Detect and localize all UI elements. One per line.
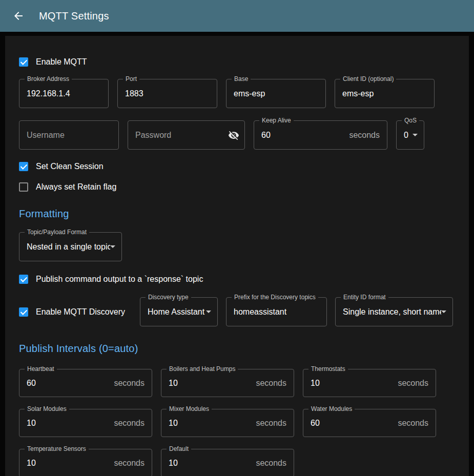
broker-address-field: Broker Address [19, 79, 109, 108]
discovery-type-select[interactable]: Discovery type Home Assistant [140, 297, 218, 326]
discovery-row: Enable MQTT Discovery Discovery type Hom… [19, 297, 455, 326]
thermostats-label: Thermostats [308, 365, 348, 373]
water-interval-field: Water Modules seconds [303, 409, 436, 437]
back-arrow-icon [12, 10, 25, 22]
topic-format-select[interactable]: Topic/Payload Format Nested in a single … [19, 232, 122, 261]
temperature-sensors-label: Temperature Sensors [25, 445, 89, 453]
seconds-suffix: seconds [398, 419, 436, 428]
discovery-prefix-input[interactable] [226, 307, 326, 317]
solar-input[interactable] [19, 419, 114, 428]
port-field: Port [117, 79, 217, 108]
topic-format-label: Topic/Payload Format [25, 229, 89, 236]
discovery-type-label: Discovery type [146, 294, 191, 301]
port-input[interactable] [118, 89, 217, 98]
broker-address-input[interactable] [19, 89, 108, 98]
keep-alive-input[interactable] [254, 131, 349, 140]
seconds-suffix: seconds [114, 379, 152, 388]
seconds-suffix: seconds [256, 459, 294, 468]
qos-label: QoS [402, 117, 419, 125]
chevron-down-icon [413, 134, 418, 136]
mixer-label: Mixer Modules [167, 405, 212, 413]
temperature-sensors-interval-field: Temperature Sensors seconds [19, 449, 152, 476]
topic-format-value: Nested in a single topic [19, 242, 110, 252]
clean-session-label: Set Clean Session [36, 162, 104, 171]
chevron-down-icon [441, 311, 446, 313]
discovery-type-value: Home Assistant [140, 307, 206, 317]
thermostats-interval-field: Thermostats seconds [303, 369, 436, 397]
enable-discovery-label: Enable MQTT Discovery [36, 307, 125, 317]
client-id-input[interactable] [335, 89, 434, 98]
clean-session-row[interactable]: Set Clean Session [19, 162, 104, 171]
water-label: Water Modules [308, 405, 355, 413]
default-interval-field: Default seconds [161, 449, 294, 476]
username-input[interactable] [19, 131, 118, 140]
discovery-prefix-label: Prefix for the Discovery topics [232, 294, 318, 301]
qos-select[interactable]: QoS 0 [396, 120, 424, 150]
enable-mqtt-checkbox[interactable] [19, 57, 28, 67]
heartbeat-interval-field: Heartbeat seconds [19, 369, 152, 397]
password-visibility-icon[interactable] [228, 130, 239, 141]
heartbeat-label: Heartbeat [25, 365, 57, 373]
app-bar: MQTT Settings [0, 0, 474, 32]
mixer-interval-field: Mixer Modules seconds [161, 409, 294, 437]
enable-discovery-checkbox[interactable] [19, 307, 28, 317]
default-label: Default [167, 445, 191, 453]
qos-value: 0 [397, 131, 413, 140]
entity-id-format-value: Single instance, short name [336, 307, 441, 317]
seconds-suffix: seconds [114, 459, 152, 468]
password-field [128, 120, 245, 150]
formatting-heading: Formatting [19, 208, 455, 220]
chevron-down-icon [206, 311, 211, 313]
settings-panel: Enable MQTT Broker Address Port Base Cli… [5, 36, 469, 476]
base-field: Base [226, 79, 326, 108]
intervals-grid: Heartbeat seconds Boilers and Heat Pumps… [19, 369, 455, 476]
boilers-interval-field: Boilers and Heat Pumps seconds [161, 369, 294, 397]
enable-discovery-row[interactable]: Enable MQTT Discovery [19, 307, 132, 317]
seconds-suffix: seconds [256, 419, 294, 428]
enable-mqtt-label: Enable MQTT [36, 57, 87, 67]
seconds-suffix: seconds [398, 379, 436, 388]
enable-mqtt-row[interactable]: Enable MQTT [19, 57, 87, 67]
broker-address-label: Broker Address [25, 75, 72, 83]
keep-alive-label: Keep Alive [259, 117, 294, 125]
password-input[interactable] [128, 131, 228, 140]
heartbeat-input[interactable] [19, 379, 114, 388]
publish-response-checkbox[interactable] [19, 275, 28, 284]
publish-response-row[interactable]: Publish command output to a `response` t… [19, 275, 203, 284]
retain-flag-row[interactable]: Always set Retain flag [19, 182, 116, 192]
page-title: MQTT Settings [39, 10, 109, 22]
chevron-down-icon [110, 245, 115, 248]
seconds-suffix: seconds [114, 419, 152, 428]
back-button[interactable] [11, 9, 26, 23]
port-label: Port [123, 75, 139, 83]
seconds-suffix: seconds [256, 379, 294, 388]
retain-flag-label: Always set Retain flag [36, 182, 116, 192]
thermostats-input[interactable] [303, 379, 398, 388]
publish-response-label: Publish command output to a `response` t… [36, 275, 203, 284]
keep-alive-field: Keep Alive seconds [254, 120, 387, 150]
base-input[interactable] [226, 89, 325, 98]
boilers-input[interactable] [161, 379, 256, 388]
discovery-prefix-field: Prefix for the Discovery topics [226, 297, 327, 326]
temperature-sensors-input[interactable] [19, 459, 114, 468]
topic-format-row: Topic/Payload Format Nested in a single … [19, 232, 455, 261]
water-input[interactable] [303, 419, 398, 428]
broker-row: Broker Address Port Base Client ID (opti… [19, 79, 455, 108]
publish-intervals-heading: Publish Intervals (0=auto) [19, 343, 455, 355]
boilers-label: Boilers and Heat Pumps [167, 365, 238, 373]
credentials-row: Keep Alive seconds QoS 0 [19, 120, 455, 150]
default-input[interactable] [161, 459, 256, 468]
client-id-label: Client ID (optional) [340, 75, 396, 83]
solar-label: Solar Modules [25, 405, 69, 413]
entity-id-format-select[interactable]: Entity ID format Single instance, short … [335, 297, 453, 326]
client-id-field: Client ID (optional) [335, 79, 435, 108]
retain-flag-checkbox[interactable] [19, 182, 28, 192]
username-field [19, 120, 119, 150]
keep-alive-suffix: seconds [349, 131, 387, 140]
base-label: Base [232, 75, 251, 83]
mixer-input[interactable] [161, 419, 256, 428]
solar-interval-field: Solar Modules seconds [19, 409, 152, 437]
clean-session-checkbox[interactable] [19, 162, 28, 171]
entity-id-format-label: Entity ID format [341, 294, 388, 301]
